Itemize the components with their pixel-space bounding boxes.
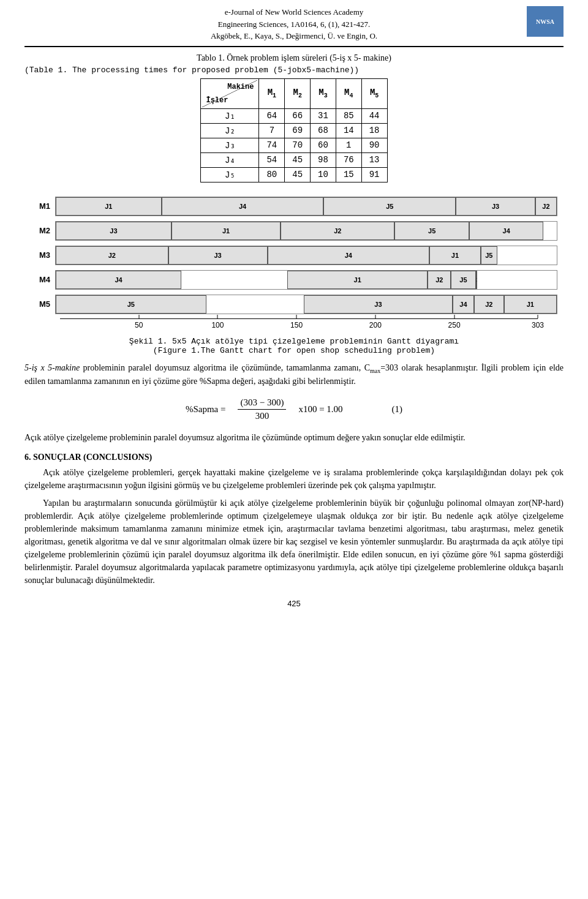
- gantt-chart: M1J1J4J5J3J2M2J3J1J2J5J4M3J2J3J4J1J5M4J4…: [31, 195, 557, 331]
- body-para1: 5-iş x 5-makine probleminin paralel doyu…: [24, 361, 564, 388]
- table-row: J₂769681418: [201, 123, 387, 138]
- para1-rest: probleminin paralel doyumsuz algoritma i…: [80, 363, 370, 372]
- gantt-bar-m4-j4: J4: [56, 271, 181, 289]
- formula-result: x100 = 1.00: [298, 404, 342, 415]
- formula-block: %Sapma = (303 − 300) 300 x100 = 1.00 (1): [24, 397, 564, 421]
- gantt-tick-50: 50: [135, 321, 143, 329]
- section6-para2: Yapılan bu araştırmaların sonucunda görü…: [24, 497, 564, 587]
- col-m5: M5: [361, 78, 387, 108]
- gantt-bar-m4-j5: J5: [451, 271, 475, 289]
- gantt-track-m4: J4J1J2J5J3: [55, 270, 557, 290]
- table-row: J₁6466318544: [201, 108, 387, 123]
- gantt-row-m2: M2J3J1J2J5J4: [31, 219, 557, 243]
- gantt-row-m1: M1J1J4J5J3J2: [31, 195, 557, 218]
- cell-1-2: 68: [311, 123, 336, 138]
- para2-text: Açık atölye çizelgeleme probleminin para…: [24, 433, 466, 442]
- gantt-tick-250: 250: [448, 321, 461, 329]
- cell-3-3: 76: [336, 152, 361, 167]
- cell-3-1: 45: [285, 152, 311, 167]
- cell-1-3: 14: [336, 123, 361, 138]
- gantt-bar-m2-j3: J3: [56, 222, 172, 240]
- cell-1-1: 69: [285, 123, 311, 138]
- gantt-bar-m5-j2: J2: [474, 295, 504, 314]
- gantt-bar-m5-j4: J4: [453, 295, 474, 314]
- section6-para1: Açık atölye çizelgeleme problemleri, ger…: [24, 466, 564, 492]
- gantt-row-m3: M3J2J3J4J1J5: [31, 244, 557, 267]
- gantt-bar-m3-j4: J4: [268, 246, 430, 265]
- table-title-en: (Table 1. The processing times for propo…: [24, 66, 564, 75]
- formula-label: %Sapma =: [186, 404, 226, 415]
- formula-denominator: 300: [253, 410, 272, 421]
- gantt-track-m5: J5J3J4J2J1: [55, 295, 557, 314]
- gantt-bar-m1-j2: J2: [535, 197, 557, 216]
- cell-2-2: 60: [311, 138, 336, 152]
- cell-4-0: 80: [259, 167, 285, 182]
- cell-2-3: 1: [336, 138, 361, 152]
- gantt-bar-m3-j2: J2: [56, 246, 168, 265]
- table-row: J₅8045101591: [201, 167, 387, 182]
- figure-caption: Şekil 1. 5x5 Açık atölye tipi çizelgelem…: [24, 337, 564, 355]
- cell-3-0: 54: [259, 152, 285, 167]
- caption-line1: Şekil 1. 5x5 Açık atölye tipi çizelgelem…: [24, 337, 564, 346]
- gantt-row-m5: M5J5J3J4J2J1: [31, 293, 557, 316]
- corner-isler: İşler: [206, 96, 228, 105]
- section6-heading-text: 6. SONUÇLAR (CONCLUSIONS): [24, 453, 152, 462]
- gantt-tick-150: 150: [290, 321, 303, 329]
- cell-4-3: 15: [336, 167, 361, 182]
- gantt-bar-m2-j4: J4: [469, 222, 543, 240]
- row-label-4: J₅: [201, 167, 259, 182]
- cell-3-2: 98: [311, 152, 336, 167]
- cell-0-3: 85: [336, 108, 361, 123]
- col-m4: M4: [336, 78, 361, 108]
- formula-eq-number: (1): [392, 404, 403, 415]
- row-label-1: J₂: [201, 123, 259, 138]
- table-row: J₄5445987613: [201, 152, 387, 167]
- header-line3: Akgöbek, E., Kaya, S., Değirmenci, Ü. ve…: [211, 30, 377, 42]
- body-para2: Açık atölye çizelgeleme probleminin para…: [24, 431, 564, 444]
- gantt-bar-m5-j3: J3: [304, 295, 453, 314]
- row-label-0: J₁: [201, 108, 259, 123]
- gantt-bar-m5-j1: J1: [504, 295, 557, 314]
- page-number-text: 425: [287, 599, 301, 608]
- gantt-axis: 50100150200250303: [60, 318, 538, 331]
- para1-italic: 5-iş x 5-makine: [24, 363, 80, 372]
- gantt-label-m3: M3: [31, 250, 55, 260]
- gantt-track-m2: J3J1J2J5J4: [55, 221, 557, 241]
- page-number: 425: [24, 599, 564, 608]
- gantt-bar-m1-j1: J1: [56, 197, 162, 216]
- section6-para1-text: Açık atölye çizelgeleme problemleri, ger…: [24, 468, 564, 490]
- gantt-track-m3: J2J3J4J1J5: [55, 246, 557, 265]
- cell-2-0: 74: [259, 138, 285, 152]
- gantt-bar-m2-j5: J5: [394, 222, 469, 240]
- corner-diagonal: Makine İşler: [202, 80, 257, 107]
- caption-line2: (Figure 1.The Gantt chart for open shop …: [24, 346, 564, 355]
- gantt-bar-m3-j5: J5: [481, 246, 497, 265]
- gantt-bar-m2-j1: J1: [172, 222, 281, 240]
- row-label-2: J₃: [201, 138, 259, 152]
- processing-times-table: Makine İşler M1 M2 M3 M4 M5 J₁6466318544…: [200, 78, 387, 182]
- gantt-label-m5: M5: [31, 299, 55, 309]
- gantt-tick-200: 200: [369, 321, 382, 329]
- gantt-bar-m3-j1: J1: [429, 246, 481, 265]
- gantt-label-m2: M2: [31, 226, 55, 235]
- table-title-en-text: (Table 1. The processing times for propo…: [24, 66, 359, 75]
- journal-logo: NWSA: [527, 6, 564, 37]
- gantt-tick-303: 303: [532, 321, 544, 329]
- gantt-tick-100: 100: [211, 321, 224, 329]
- col-m3: M3: [311, 78, 336, 108]
- cell-1-0: 7: [259, 123, 285, 138]
- cell-0-4: 44: [361, 108, 387, 123]
- section6-para2-text: Yapılan bu araştırmaların sonucunda görü…: [24, 498, 564, 585]
- gantt-track-m1: J1J4J5J3J2: [55, 197, 557, 216]
- col-m1: M1: [259, 78, 285, 108]
- cell-4-2: 10: [311, 167, 336, 182]
- corner-makine: Makine: [227, 83, 254, 91]
- cell-4-1: 45: [285, 167, 311, 182]
- header-line1: e-Journal of New World Sciences Academy: [211, 6, 377, 18]
- gantt-bar-m1-j5: J5: [323, 197, 456, 216]
- para1-sub: max: [370, 367, 380, 374]
- cell-0-0: 64: [259, 108, 285, 123]
- col-m2: M2: [285, 78, 311, 108]
- cell-1-4: 18: [361, 123, 387, 138]
- gantt-bar-m4-j1: J1: [287, 271, 428, 289]
